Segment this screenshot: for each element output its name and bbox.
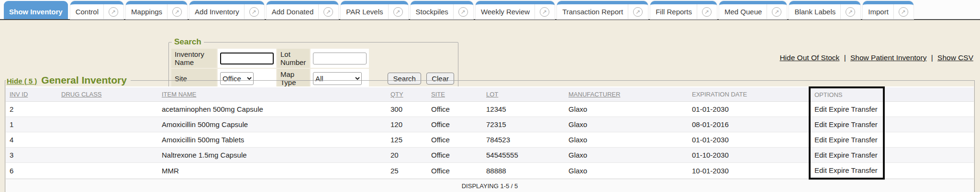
open-in-new-window-icon[interactable]: ↗ <box>633 7 643 17</box>
sort-link-item-name[interactable]: ITEM NAME <box>162 91 196 98</box>
open-in-new-window-icon[interactable]: ↗ <box>393 7 403 17</box>
cell-lot: 12345 <box>482 102 565 117</box>
displaying-count: DISPLAYING 1-5 / 5 <box>6 179 974 192</box>
cell-inv-id: 1 <box>6 117 57 132</box>
tab-label: Import <box>868 8 889 16</box>
cell-lot: 784523 <box>482 132 565 148</box>
open-in-new-window-icon[interactable]: ↗ <box>172 7 182 17</box>
open-in-new-window-icon[interactable]: ↗ <box>323 7 333 17</box>
inventory-name-input[interactable] <box>220 53 274 64</box>
app-root: Show InventoryControl↗Mappings↗Add Inven… <box>0 0 980 192</box>
cell-site: Office <box>427 148 482 163</box>
search-legend: Search <box>172 37 204 47</box>
edit-link[interactable]: Edit <box>814 166 827 174</box>
open-in-new-window-icon[interactable]: ↗ <box>899 7 908 17</box>
transfer-link[interactable]: Transfer <box>851 120 877 128</box>
hide-count-link[interactable]: Hide ( 5 ) <box>7 77 37 85</box>
tab-icon-divider: ↗ <box>535 4 549 19</box>
edit-link[interactable]: Edit <box>814 120 827 128</box>
cell-filler <box>884 117 974 132</box>
cell-item-name: Amoxicillin 500mg Capsule <box>158 117 387 132</box>
tab-par-levels[interactable]: PAR Levels↗ <box>341 1 408 19</box>
tab-icon-divider: ↗ <box>767 4 781 19</box>
open-in-new-window-icon[interactable]: ↗ <box>109 7 118 17</box>
cell-qty: 120 <box>387 117 427 132</box>
open-in-new-window-icon[interactable]: ↗ <box>540 7 549 17</box>
expire-link[interactable]: Expire <box>829 105 849 113</box>
cell-drug-class <box>57 163 158 179</box>
cell-item-name: acetaminophen 500mg Capsule <box>158 102 387 117</box>
column-header-item-name: ITEM NAME <box>158 87 387 102</box>
tab-weekly-review[interactable]: Weekly Review↗ <box>476 1 555 19</box>
column-header-expiration-date: EXPIRATION DATE <box>688 87 810 102</box>
sort-link-drug-class[interactable]: DRUG CLASS <box>61 91 102 98</box>
expire-link[interactable]: Expire <box>829 151 849 159</box>
sort-link-qty[interactable]: QTY <box>390 91 403 98</box>
tab-blank-labels[interactable]: Blank Labels↗ <box>789 1 860 19</box>
tab-control[interactable]: Control↗ <box>70 1 123 19</box>
tab-fill-reports[interactable]: Fill Reports↗ <box>650 1 717 19</box>
cell-options: Edit Expire Transfer <box>810 132 884 148</box>
tab-stockpiles[interactable]: Stockpiles↗ <box>411 1 473 19</box>
column-header-inv-id: INV ID <box>6 87 57 102</box>
expire-link[interactable]: Expire <box>829 166 849 174</box>
show-csv-link[interactable]: Show CSV <box>937 53 973 62</box>
open-in-new-window-icon[interactable]: ↗ <box>702 7 712 17</box>
cell-inv-id: 3 <box>6 148 57 163</box>
top-links: Hide Out Of Stock | Show Patient Invento… <box>780 53 973 62</box>
tab-icon-divider: ↗ <box>103 4 118 19</box>
cell-site: Office <box>427 132 482 148</box>
transfer-link[interactable]: Transfer <box>851 105 877 113</box>
tab-label: Control <box>76 8 99 16</box>
tab-icon-divider: ↗ <box>840 4 855 19</box>
transfer-link[interactable]: Transfer <box>851 136 877 144</box>
cell-drug-class <box>57 148 158 163</box>
tab-label: PAR Levels <box>346 8 383 16</box>
column-label: EXPIRATION DATE <box>692 91 747 98</box>
transfer-link[interactable]: Transfer <box>851 151 877 159</box>
hide-out-of-stock-link[interactable]: Hide Out Of Stock <box>780 53 839 62</box>
tab-transaction-report[interactable]: Transaction Report↗ <box>557 1 648 19</box>
transfer-link[interactable]: Transfer <box>851 166 877 174</box>
cell-inv-id: 4 <box>6 132 57 148</box>
expire-link[interactable]: Expire <box>829 136 849 144</box>
edit-link[interactable]: Edit <box>814 151 827 159</box>
sort-link-lot[interactable]: LOT <box>486 91 498 98</box>
cell-expiration-date: 08-01-2016 <box>688 117 810 132</box>
cell-options: Edit Expire Transfer <box>810 163 884 179</box>
edit-link[interactable]: Edit <box>814 136 827 144</box>
column-header-options: OPTIONS <box>810 87 884 102</box>
tab-add-donated[interactable]: Add Donated↗ <box>267 1 339 19</box>
tab-label: Stockpiles <box>416 8 448 16</box>
link-separator: | <box>931 53 933 62</box>
sort-link-site[interactable]: SITE <box>431 91 445 98</box>
table-row: 3Naltrexone 1.5mg Capsule20Office5454555… <box>6 148 974 163</box>
open-in-new-window-icon[interactable]: ↗ <box>249 7 259 17</box>
open-in-new-window-icon[interactable]: ↗ <box>458 7 468 17</box>
tab-icon-divider: ↗ <box>244 4 259 19</box>
lot-number-input[interactable] <box>313 53 367 64</box>
table-row: 4Amoxicillin 500mg Tablets125Office78452… <box>6 132 974 148</box>
lot-number-label: Lot Number <box>277 49 310 68</box>
sort-link-manufacturer[interactable]: MANUFACTURER <box>568 91 620 98</box>
sort-link-inv-id[interactable]: INV ID <box>10 91 28 98</box>
cell-options: Edit Expire Transfer <box>810 102 884 117</box>
open-in-new-window-icon[interactable]: ↗ <box>846 7 855 17</box>
table-row: 1Amoxicillin 500mg Capsule120Office72315… <box>6 117 974 132</box>
open-in-new-window-icon[interactable]: ↗ <box>772 7 781 17</box>
inventory-table-body: 2acetaminophen 500mg Capsule300Office123… <box>6 102 974 179</box>
tab-import[interactable]: Import↗ <box>863 1 913 19</box>
show-patient-inventory-link[interactable]: Show Patient Inventory <box>850 53 926 62</box>
tab-label: Blank Labels <box>794 8 835 16</box>
tab-show-inventory[interactable]: Show Inventory <box>4 1 68 19</box>
expire-link[interactable]: Expire <box>829 120 849 128</box>
tab-icon-divider: ↗ <box>388 4 403 19</box>
tab-med-queue[interactable]: Med Queue↗ <box>719 1 787 19</box>
column-header-qty: QTY <box>387 87 427 102</box>
tab-mappings[interactable]: Mappings↗ <box>126 1 187 19</box>
cell-manufacturer: Glaxo <box>565 163 688 179</box>
edit-link[interactable]: Edit <box>814 105 827 113</box>
tab-label: Fill Reports <box>656 8 692 16</box>
cell-lot: 72315 <box>482 117 565 132</box>
tab-add-inventory[interactable]: Add Inventory↗ <box>189 1 264 19</box>
